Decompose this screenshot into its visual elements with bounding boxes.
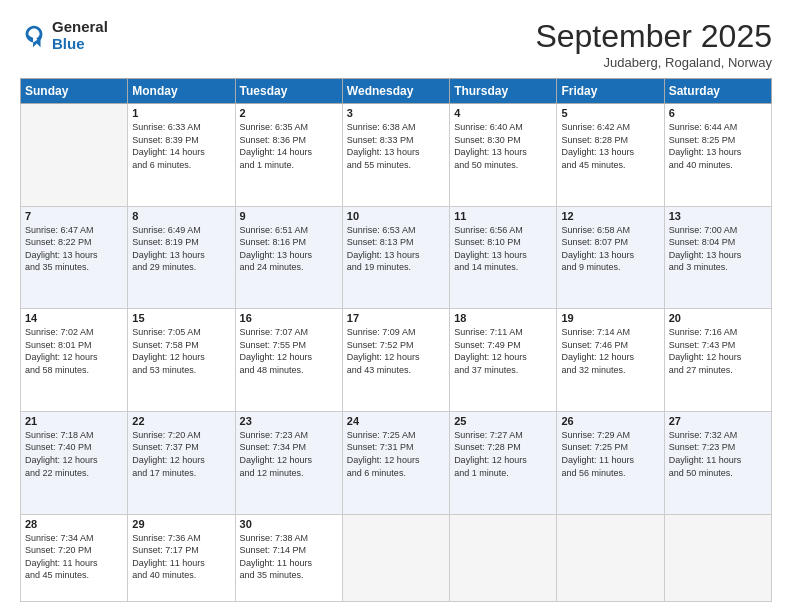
col-wednesday: Wednesday xyxy=(342,79,449,104)
location: Judaberg, Rogaland, Norway xyxy=(535,55,772,70)
table-row: 14Sunrise: 7:02 AM Sunset: 8:01 PM Dayli… xyxy=(21,309,128,412)
day-info: Sunrise: 6:56 AM Sunset: 8:10 PM Dayligh… xyxy=(454,224,552,274)
calendar-week-3: 14Sunrise: 7:02 AM Sunset: 8:01 PM Dayli… xyxy=(21,309,772,412)
table-row: 24Sunrise: 7:25 AM Sunset: 7:31 PM Dayli… xyxy=(342,411,449,514)
table-row: 21Sunrise: 7:18 AM Sunset: 7:40 PM Dayli… xyxy=(21,411,128,514)
day-number: 11 xyxy=(454,210,552,222)
day-number: 28 xyxy=(25,518,123,530)
day-info: Sunrise: 7:11 AM Sunset: 7:49 PM Dayligh… xyxy=(454,326,552,376)
table-row: 26Sunrise: 7:29 AM Sunset: 7:25 PM Dayli… xyxy=(557,411,664,514)
table-row: 8Sunrise: 6:49 AM Sunset: 8:19 PM Daylig… xyxy=(128,206,235,309)
day-info: Sunrise: 7:29 AM Sunset: 7:25 PM Dayligh… xyxy=(561,429,659,479)
table-row: 6Sunrise: 6:44 AM Sunset: 8:25 PM Daylig… xyxy=(664,104,771,207)
table-row: 5Sunrise: 6:42 AM Sunset: 8:28 PM Daylig… xyxy=(557,104,664,207)
day-info: Sunrise: 6:49 AM Sunset: 8:19 PM Dayligh… xyxy=(132,224,230,274)
col-thursday: Thursday xyxy=(450,79,557,104)
day-info: Sunrise: 6:58 AM Sunset: 8:07 PM Dayligh… xyxy=(561,224,659,274)
table-row xyxy=(557,514,664,602)
day-number: 18 xyxy=(454,312,552,324)
day-number: 23 xyxy=(240,415,338,427)
col-monday: Monday xyxy=(128,79,235,104)
col-friday: Friday xyxy=(557,79,664,104)
day-number: 1 xyxy=(132,107,230,119)
day-number: 4 xyxy=(454,107,552,119)
day-info: Sunrise: 7:16 AM Sunset: 7:43 PM Dayligh… xyxy=(669,326,767,376)
header-right: September 2025 Judaberg, Rogaland, Norwa… xyxy=(535,18,772,70)
table-row: 20Sunrise: 7:16 AM Sunset: 7:43 PM Dayli… xyxy=(664,309,771,412)
month-title: September 2025 xyxy=(535,18,772,55)
table-row: 11Sunrise: 6:56 AM Sunset: 8:10 PM Dayli… xyxy=(450,206,557,309)
page: General Blue September 2025 Judaberg, Ro… xyxy=(0,0,792,612)
table-row: 23Sunrise: 7:23 AM Sunset: 7:34 PM Dayli… xyxy=(235,411,342,514)
day-info: Sunrise: 6:40 AM Sunset: 8:30 PM Dayligh… xyxy=(454,121,552,171)
logo-icon xyxy=(20,21,48,49)
calendar-week-2: 7Sunrise: 6:47 AM Sunset: 8:22 PM Daylig… xyxy=(21,206,772,309)
day-number: 27 xyxy=(669,415,767,427)
day-number: 6 xyxy=(669,107,767,119)
day-number: 20 xyxy=(669,312,767,324)
day-number: 12 xyxy=(561,210,659,222)
day-info: Sunrise: 7:34 AM Sunset: 7:20 PM Dayligh… xyxy=(25,532,123,582)
day-info: Sunrise: 7:00 AM Sunset: 8:04 PM Dayligh… xyxy=(669,224,767,274)
table-row: 2Sunrise: 6:35 AM Sunset: 8:36 PM Daylig… xyxy=(235,104,342,207)
day-number: 24 xyxy=(347,415,445,427)
calendar-week-5: 28Sunrise: 7:34 AM Sunset: 7:20 PM Dayli… xyxy=(21,514,772,602)
day-number: 8 xyxy=(132,210,230,222)
day-info: Sunrise: 7:07 AM Sunset: 7:55 PM Dayligh… xyxy=(240,326,338,376)
calendar-table: Sunday Monday Tuesday Wednesday Thursday… xyxy=(20,78,772,602)
table-row: 22Sunrise: 7:20 AM Sunset: 7:37 PM Dayli… xyxy=(128,411,235,514)
day-number: 29 xyxy=(132,518,230,530)
day-number: 30 xyxy=(240,518,338,530)
calendar-week-1: 1Sunrise: 6:33 AM Sunset: 8:39 PM Daylig… xyxy=(21,104,772,207)
col-saturday: Saturday xyxy=(664,79,771,104)
day-info: Sunrise: 7:25 AM Sunset: 7:31 PM Dayligh… xyxy=(347,429,445,479)
day-info: Sunrise: 7:18 AM Sunset: 7:40 PM Dayligh… xyxy=(25,429,123,479)
table-row xyxy=(21,104,128,207)
calendar-week-4: 21Sunrise: 7:18 AM Sunset: 7:40 PM Dayli… xyxy=(21,411,772,514)
col-tuesday: Tuesday xyxy=(235,79,342,104)
day-info: Sunrise: 6:47 AM Sunset: 8:22 PM Dayligh… xyxy=(25,224,123,274)
day-info: Sunrise: 6:35 AM Sunset: 8:36 PM Dayligh… xyxy=(240,121,338,171)
day-number: 13 xyxy=(669,210,767,222)
table-row: 12Sunrise: 6:58 AM Sunset: 8:07 PM Dayli… xyxy=(557,206,664,309)
table-row: 13Sunrise: 7:00 AM Sunset: 8:04 PM Dayli… xyxy=(664,206,771,309)
day-number: 17 xyxy=(347,312,445,324)
day-number: 16 xyxy=(240,312,338,324)
table-row: 7Sunrise: 6:47 AM Sunset: 8:22 PM Daylig… xyxy=(21,206,128,309)
day-number: 21 xyxy=(25,415,123,427)
day-info: Sunrise: 6:33 AM Sunset: 8:39 PM Dayligh… xyxy=(132,121,230,171)
day-number: 9 xyxy=(240,210,338,222)
calendar-header-row: Sunday Monday Tuesday Wednesday Thursday… xyxy=(21,79,772,104)
table-row: 18Sunrise: 7:11 AM Sunset: 7:49 PM Dayli… xyxy=(450,309,557,412)
table-row: 17Sunrise: 7:09 AM Sunset: 7:52 PM Dayli… xyxy=(342,309,449,412)
logo-text: General Blue xyxy=(52,18,108,52)
table-row: 28Sunrise: 7:34 AM Sunset: 7:20 PM Dayli… xyxy=(21,514,128,602)
table-row: 9Sunrise: 6:51 AM Sunset: 8:16 PM Daylig… xyxy=(235,206,342,309)
table-row: 15Sunrise: 7:05 AM Sunset: 7:58 PM Dayli… xyxy=(128,309,235,412)
day-info: Sunrise: 7:02 AM Sunset: 8:01 PM Dayligh… xyxy=(25,326,123,376)
day-info: Sunrise: 7:20 AM Sunset: 7:37 PM Dayligh… xyxy=(132,429,230,479)
day-number: 5 xyxy=(561,107,659,119)
table-row: 3Sunrise: 6:38 AM Sunset: 8:33 PM Daylig… xyxy=(342,104,449,207)
table-row: 19Sunrise: 7:14 AM Sunset: 7:46 PM Dayli… xyxy=(557,309,664,412)
day-info: Sunrise: 6:51 AM Sunset: 8:16 PM Dayligh… xyxy=(240,224,338,274)
table-row xyxy=(450,514,557,602)
table-row: 4Sunrise: 6:40 AM Sunset: 8:30 PM Daylig… xyxy=(450,104,557,207)
day-info: Sunrise: 6:44 AM Sunset: 8:25 PM Dayligh… xyxy=(669,121,767,171)
table-row xyxy=(664,514,771,602)
logo: General Blue xyxy=(20,18,108,52)
day-number: 14 xyxy=(25,312,123,324)
day-info: Sunrise: 7:36 AM Sunset: 7:17 PM Dayligh… xyxy=(132,532,230,582)
table-row: 10Sunrise: 6:53 AM Sunset: 8:13 PM Dayli… xyxy=(342,206,449,309)
day-info: Sunrise: 7:05 AM Sunset: 7:58 PM Dayligh… xyxy=(132,326,230,376)
day-info: Sunrise: 7:23 AM Sunset: 7:34 PM Dayligh… xyxy=(240,429,338,479)
table-row: 25Sunrise: 7:27 AM Sunset: 7:28 PM Dayli… xyxy=(450,411,557,514)
day-info: Sunrise: 6:53 AM Sunset: 8:13 PM Dayligh… xyxy=(347,224,445,274)
table-row: 29Sunrise: 7:36 AM Sunset: 7:17 PM Dayli… xyxy=(128,514,235,602)
day-number: 19 xyxy=(561,312,659,324)
day-info: Sunrise: 7:09 AM Sunset: 7:52 PM Dayligh… xyxy=(347,326,445,376)
table-row: 27Sunrise: 7:32 AM Sunset: 7:23 PM Dayli… xyxy=(664,411,771,514)
day-info: Sunrise: 7:27 AM Sunset: 7:28 PM Dayligh… xyxy=(454,429,552,479)
table-row: 16Sunrise: 7:07 AM Sunset: 7:55 PM Dayli… xyxy=(235,309,342,412)
day-number: 25 xyxy=(454,415,552,427)
